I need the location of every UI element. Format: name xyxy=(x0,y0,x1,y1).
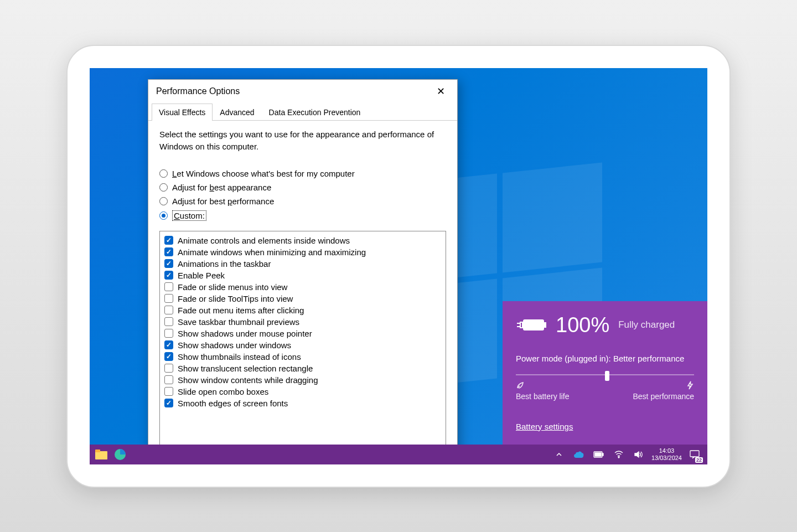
file-explorer-icon[interactable] xyxy=(94,447,108,462)
checkbox-icon[interactable] xyxy=(164,352,173,361)
svg-rect-3 xyxy=(95,450,100,452)
check-option-0[interactable]: Animate controls and elements inside win… xyxy=(164,235,441,246)
slider-thumb[interactable] xyxy=(605,371,609,381)
check-option-9[interactable]: Show shadows under windows xyxy=(164,339,441,351)
checkbox-label: Fade or slide ToolTips into view xyxy=(178,294,293,303)
checkbox-label: Show shadows under mouse pointer xyxy=(178,329,312,338)
checkbox-icon[interactable] xyxy=(164,306,173,314)
checkbox-icon[interactable] xyxy=(164,247,173,256)
checkbox-label: Show thumbnails instead of icons xyxy=(178,352,301,361)
checkbox-icon[interactable] xyxy=(164,259,173,268)
checkbox-icon[interactable] xyxy=(164,271,173,280)
lightning-icon xyxy=(686,381,694,390)
checkbox-icon[interactable] xyxy=(164,294,173,303)
radio-option-2[interactable]: Adjust for best performance xyxy=(159,197,446,206)
checkbox-label: Save taskbar thumbnail previews xyxy=(178,317,299,327)
checkbox-icon[interactable] xyxy=(164,340,173,349)
tray-chevron-icon[interactable] xyxy=(552,447,566,462)
tab-advanced[interactable]: Advanced xyxy=(213,104,261,121)
check-option-4[interactable]: Fade or slide menus into view xyxy=(164,281,441,293)
tab-visual-effects[interactable]: Visual Effects xyxy=(152,104,213,121)
battery-settings-link[interactable]: Battery settings xyxy=(516,422,573,431)
svg-rect-9 xyxy=(690,451,699,457)
check-option-3[interactable]: Enable Peek xyxy=(164,270,441,281)
instruction-text: Select the settings you want to use for … xyxy=(159,128,446,153)
close-button[interactable]: ✕ xyxy=(429,83,452,100)
svg-rect-0 xyxy=(524,320,544,330)
slider-right-label: Best performance xyxy=(633,392,695,401)
close-icon: ✕ xyxy=(437,85,445,97)
power-mode-label: Power mode (plugged in): Better performa… xyxy=(516,353,694,364)
checkbox-icon[interactable] xyxy=(164,387,173,396)
check-option-10[interactable]: Show thumbnails instead of icons xyxy=(164,351,441,363)
slider-left-label: Best battery life xyxy=(516,392,570,401)
radio-option-1[interactable]: Adjust for best appearance xyxy=(159,183,446,192)
svg-rect-7 xyxy=(595,453,601,456)
check-option-5[interactable]: Fade or slide ToolTips into view xyxy=(164,293,441,304)
checkbox-icon[interactable] xyxy=(164,364,173,373)
performance-options-dialog: Performance Options ✕ Visual Effects Adv… xyxy=(148,79,458,464)
radio-label: Adjust for best performance xyxy=(172,197,274,206)
dialog-title: Performance Options xyxy=(156,86,240,96)
radio-label: Adjust for best appearance xyxy=(172,183,271,192)
radio-label: Let Windows choose what's best for my co… xyxy=(172,169,355,178)
check-option-11[interactable]: Show translucent selection rectangle xyxy=(164,363,441,374)
checkbox-label: Smooth edges of screen fonts xyxy=(178,399,288,408)
checkbox-icon[interactable] xyxy=(164,329,173,338)
checkbox-label: Animate controls and elements inside win… xyxy=(178,236,350,245)
desktop-screen: Performance Options ✕ Visual Effects Adv… xyxy=(90,68,707,464)
battery-flyout: 100% Fully charged Power mode (plugged i… xyxy=(503,301,707,445)
radio-icon[interactable] xyxy=(159,197,168,205)
radio-option-0[interactable]: Let Windows choose what's best for my co… xyxy=(159,169,446,178)
check-option-6[interactable]: Fade out menu items after clicking xyxy=(164,304,441,316)
dialog-tabs: Visual Effects Advanced Data Execution P… xyxy=(148,103,457,121)
svg-rect-1 xyxy=(544,323,546,327)
device-frame: Performance Options ✕ Visual Effects Adv… xyxy=(66,45,731,488)
checkbox-icon[interactable] xyxy=(164,399,173,407)
checkbox-label: Fade or slide menus into view xyxy=(178,282,287,292)
checkbox-icon[interactable] xyxy=(164,236,173,245)
battery-tray-icon[interactable] xyxy=(592,447,606,462)
check-option-12[interactable]: Show window contents while dragging xyxy=(164,374,441,386)
checkbox-label: Show window contents while dragging xyxy=(178,375,318,385)
radio-option-3[interactable]: Custom: xyxy=(159,210,446,221)
check-option-8[interactable]: Show shadows under mouse pointer xyxy=(164,328,441,339)
radio-icon[interactable] xyxy=(159,169,168,178)
tab-body-visual-effects: Select the settings you want to use for … xyxy=(148,121,457,464)
checkbox-label: Enable Peek xyxy=(178,271,225,280)
battery-status: Fully charged xyxy=(618,319,675,330)
plug-battery-icon xyxy=(516,316,547,334)
checkbox-icon[interactable] xyxy=(164,317,173,326)
dialog-titlebar[interactable]: Performance Options ✕ xyxy=(148,80,457,103)
checkbox-label: Animate windows when minimizing and maxi… xyxy=(178,247,366,257)
svg-rect-6 xyxy=(602,453,603,456)
onedrive-icon[interactable] xyxy=(572,447,586,462)
wifi-icon[interactable] xyxy=(612,447,626,462)
taskbar: 14:03 13/03/2024 22 xyxy=(90,445,707,464)
radio-icon[interactable] xyxy=(159,211,168,220)
taskbar-time: 14:03 xyxy=(659,447,675,454)
check-option-2[interactable]: Animations in the taskbar xyxy=(164,258,441,270)
check-option-1[interactable]: Animate windows when minimizing and maxi… xyxy=(164,246,441,258)
radio-label: Custom: xyxy=(172,210,206,221)
check-option-7[interactable]: Save taskbar thumbnail previews xyxy=(164,316,441,328)
notification-count: 22 xyxy=(695,457,703,463)
tab-dep[interactable]: Data Execution Prevention xyxy=(262,104,368,121)
taskbar-date: 13/03/2024 xyxy=(651,454,682,461)
checkbox-label: Show translucent selection rectangle xyxy=(178,364,313,373)
volume-icon[interactable] xyxy=(632,447,646,462)
visual-effects-checklist[interactable]: Animate controls and elements inside win… xyxy=(159,231,446,464)
check-option-13[interactable]: Slide open combo boxes xyxy=(164,386,441,397)
checkbox-icon[interactable] xyxy=(164,375,173,384)
check-option-14[interactable]: Smooth edges of screen fonts xyxy=(164,397,441,409)
power-mode-slider[interactable] xyxy=(516,374,694,375)
taskbar-clock[interactable]: 14:03 13/03/2024 xyxy=(651,447,682,461)
action-center-icon[interactable]: 22 xyxy=(687,447,702,462)
leaf-icon xyxy=(516,381,525,390)
checkbox-label: Slide open combo boxes xyxy=(178,387,268,396)
radio-icon[interactable] xyxy=(159,183,168,192)
edge-icon[interactable] xyxy=(113,447,127,462)
svg-point-8 xyxy=(618,457,619,458)
checkbox-icon[interactable] xyxy=(164,282,173,291)
checkbox-label: Show shadows under windows xyxy=(178,340,291,350)
